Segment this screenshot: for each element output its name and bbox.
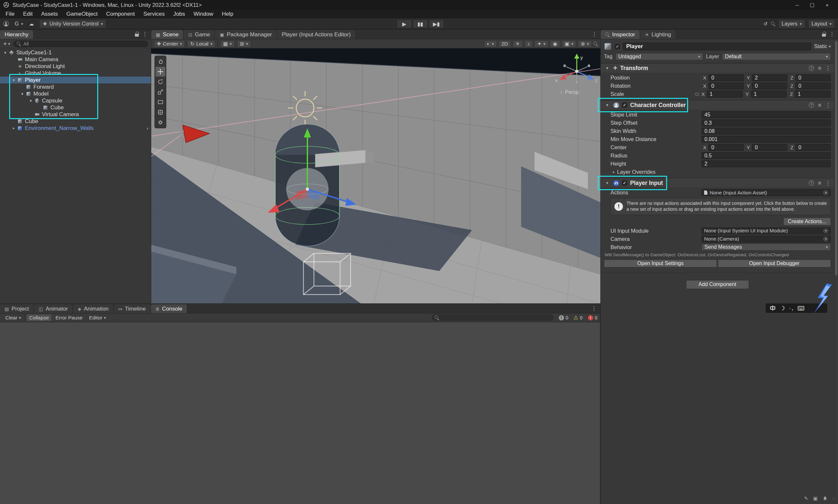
kebab-icon[interactable]: ⋮ (825, 65, 831, 72)
clear-button[interactable]: Clear ▾ (3, 314, 23, 321)
open-input-debugger-button[interactable]: Open Input Debugger (718, 259, 831, 267)
panel-menu-icon[interactable]: ⋮ (829, 31, 835, 38)
menu-edit[interactable]: Edit (19, 10, 37, 18)
tab-console[interactable]: ≣ Console (151, 304, 187, 313)
camera-settings-dropdown[interactable]: ▣▾ (562, 40, 576, 48)
search-icon[interactable] (593, 41, 598, 46)
transform-tool[interactable] (156, 107, 165, 117)
kebab-icon[interactable]: ⋮ (825, 102, 831, 109)
hierarchy-item-main-camera[interactable]: Main Camera (0, 56, 151, 63)
package-icon[interactable]: ▣ (813, 496, 818, 501)
menu-file[interactable]: File (1, 10, 19, 18)
layer-dropdown[interactable]: Default ▾ (722, 53, 831, 60)
search-icon[interactable] (771, 22, 775, 26)
panel-menu-icon[interactable]: ⋮ (142, 31, 148, 38)
radius-field[interactable]: 0.5 (701, 152, 831, 159)
step-button[interactable]: ▶▮ (429, 20, 444, 28)
position-z-field[interactable]: 0 (796, 74, 831, 81)
scene-visibility-toggle[interactable]: ◉ (550, 40, 560, 48)
scale-tool[interactable] (156, 87, 165, 97)
rect-tool[interactable] (156, 97, 165, 107)
transform-header[interactable]: ▼ ✚ Transform ? ≡ ⋮ (601, 63, 834, 73)
paint-icon[interactable]: ✎ (804, 496, 808, 501)
error-pause-toggle[interactable]: Error Pause (53, 314, 85, 321)
help-icon[interactable]: ? (809, 180, 814, 185)
menu-window[interactable]: Window (189, 10, 217, 18)
menu-gameobject[interactable]: GameObject (62, 10, 102, 18)
foldout-icon[interactable]: ▼ (604, 66, 610, 70)
error-count[interactable]: ! 0 (588, 315, 598, 320)
layout-dropdown[interactable]: Layout ▾ (808, 20, 835, 28)
name-field[interactable]: Player (623, 42, 811, 50)
rotation-x-field[interactable]: 0 (708, 83, 744, 89)
view-hand-tool[interactable] (156, 57, 165, 67)
ime-fullwidth-icon[interactable]: ☽ (780, 305, 785, 312)
notification-bell-icon[interactable] (823, 496, 827, 501)
help-icon[interactable]: ? (809, 66, 814, 71)
persp-toggle-icon[interactable]: ‹ (560, 89, 562, 95)
menu-help[interactable]: Help (218, 10, 238, 18)
tab-inspector[interactable]: Inspector (601, 30, 640, 39)
position-y-field[interactable]: 2 (752, 74, 787, 81)
undo-history-icon[interactable]: ↺ (763, 21, 768, 27)
tag-dropdown[interactable]: Untagged ▾ (616, 53, 703, 60)
hierarchy-item-environment[interactable]: ▸ Environment_Narrow_Walls › (0, 125, 151, 131)
console-log-area[interactable] (0, 322, 600, 504)
rotation-z-field[interactable]: 0 (796, 83, 831, 89)
tab-hierarchy[interactable]: Hierarchy (0, 30, 33, 39)
tab-animation[interactable]: ◈ Animation (73, 304, 113, 313)
menu-jobs[interactable]: Jobs (169, 10, 189, 18)
2d-toggle[interactable]: 2D (499, 40, 511, 48)
info-count[interactable]: ! 0 (559, 315, 568, 320)
account-icon[interactable] (3, 21, 9, 26)
skin-width-field[interactable]: 0.08 (701, 128, 831, 134)
panel-menu-icon[interactable]: ⋮ (591, 305, 597, 312)
hierarchy-item-scene[interactable]: ▼ StudyCase1-1 (0, 49, 151, 56)
foldout-icon[interactable]: ▸ (11, 126, 17, 130)
account-dropdown[interactable]: G ▾ (12, 20, 26, 28)
play-button[interactable]: ▶ (397, 20, 412, 28)
constrain-proportions-icon[interactable] (695, 93, 699, 95)
active-checkbox[interactable]: ✓ (615, 44, 620, 49)
rotation-y-field[interactable]: 0 (752, 83, 787, 89)
foldout-icon[interactable]: ▼ (2, 51, 8, 55)
rotate-tool[interactable] (156, 77, 165, 87)
hierarchy-item-directional-light[interactable]: ☀ Directional Light (0, 63, 151, 70)
move-tool[interactable] (156, 67, 165, 76)
projection-label[interactable]: Persp (565, 89, 579, 95)
panel-menu-icon[interactable]: ⋮ (591, 31, 597, 38)
scene-viewport[interactable]: y x z ‹ Persp (151, 49, 600, 303)
scale-z-field[interactable]: 1 (795, 91, 831, 97)
prefab-open-arrow[interactable]: › (147, 125, 148, 131)
actions-object-field[interactable]: None (Input Action Asset) (701, 189, 831, 196)
minimize-button[interactable]: ─ (789, 0, 805, 10)
tab-project[interactable]: ▤ Project (0, 304, 34, 313)
menu-services[interactable]: Services (139, 10, 169, 18)
add-gameobject-button[interactable]: + ▾ (3, 40, 11, 48)
snap-increment-dropdown[interactable]: ⊞▾ (237, 40, 251, 48)
center-y-field[interactable]: 0 (752, 144, 787, 151)
presets-icon[interactable]: ≡ (818, 180, 821, 186)
pause-button[interactable]: ▮▮ (413, 20, 428, 28)
center-z-field[interactable]: 0 (796, 144, 831, 151)
tab-input-actions-editor[interactable]: Player (Input Actions Editor) (277, 30, 356, 39)
lock-icon[interactable] (822, 34, 826, 37)
layer-overrides-row[interactable]: ▸ Layer Overrides (601, 168, 834, 176)
grid-snap-dropdown[interactable]: ▦▾ (220, 40, 235, 48)
custom-tool[interactable] (156, 118, 165, 127)
ime-keyboard-icon[interactable] (798, 306, 804, 310)
ui-input-module-field[interactable]: None (Input System UI Input Module) (701, 228, 831, 234)
version-control-button[interactable]: ❖ Unity Version Control ▾ (39, 20, 106, 28)
position-x-field[interactable]: 0 (708, 74, 744, 81)
menu-assets[interactable]: Assets (37, 10, 62, 18)
ime-punctuation-icon[interactable]: ·, (789, 305, 794, 311)
tab-package-manager[interactable]: ▣ Package Manager (215, 30, 277, 39)
height-field[interactable]: 2 (701, 160, 831, 167)
help-icon[interactable]: ? (809, 103, 814, 108)
scene-lighting-toggle[interactable]: ☀ (513, 40, 523, 48)
collapse-toggle[interactable]: Collapse (26, 314, 51, 321)
step-offset-field[interactable]: 0.3 (701, 120, 831, 126)
lock-icon[interactable] (135, 34, 139, 37)
progress-icon[interactable]: ◌ (833, 496, 835, 501)
draw-mode-dropdown[interactable]: ◐▾ (484, 40, 497, 48)
